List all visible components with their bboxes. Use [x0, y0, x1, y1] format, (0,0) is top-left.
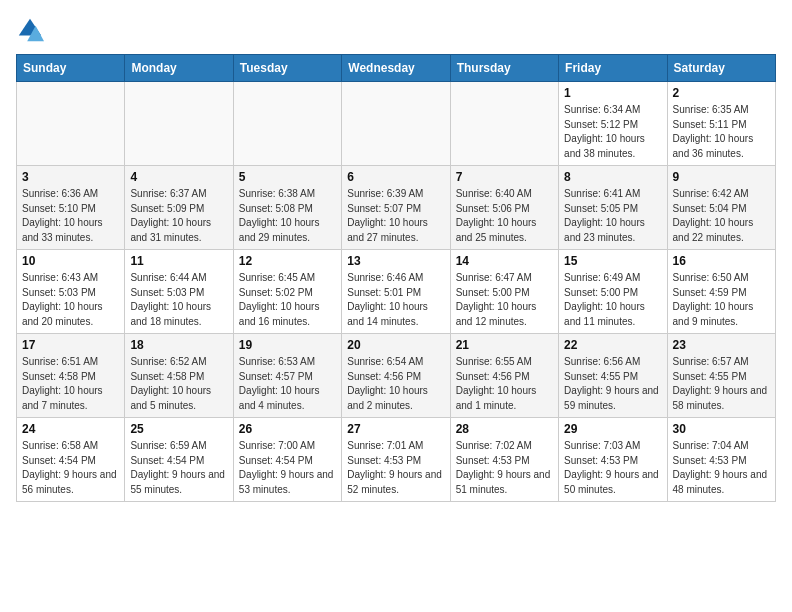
calendar-cell: 11Sunrise: 6:44 AMSunset: 5:03 PMDayligh…	[125, 250, 233, 334]
day-number: 25	[130, 422, 227, 436]
calendar-cell	[450, 82, 558, 166]
day-number: 2	[673, 86, 770, 100]
day-number: 12	[239, 254, 336, 268]
page-header	[16, 16, 776, 44]
day-info: Sunrise: 6:40 AMSunset: 5:06 PMDaylight:…	[456, 187, 553, 245]
header-col-sunday: Sunday	[17, 55, 125, 82]
header-col-wednesday: Wednesday	[342, 55, 450, 82]
calendar-header: SundayMondayTuesdayWednesdayThursdayFrid…	[17, 55, 776, 82]
calendar-cell	[233, 82, 341, 166]
calendar-cell: 4Sunrise: 6:37 AMSunset: 5:09 PMDaylight…	[125, 166, 233, 250]
calendar-cell: 25Sunrise: 6:59 AMSunset: 4:54 PMDayligh…	[125, 418, 233, 502]
calendar-cell	[125, 82, 233, 166]
day-number: 11	[130, 254, 227, 268]
day-info: Sunrise: 7:03 AMSunset: 4:53 PMDaylight:…	[564, 439, 661, 497]
header-col-tuesday: Tuesday	[233, 55, 341, 82]
header-col-thursday: Thursday	[450, 55, 558, 82]
day-info: Sunrise: 6:50 AMSunset: 4:59 PMDaylight:…	[673, 271, 770, 329]
day-info: Sunrise: 6:34 AMSunset: 5:12 PMDaylight:…	[564, 103, 661, 161]
day-info: Sunrise: 7:00 AMSunset: 4:54 PMDaylight:…	[239, 439, 336, 497]
calendar-cell: 24Sunrise: 6:58 AMSunset: 4:54 PMDayligh…	[17, 418, 125, 502]
calendar-cell: 21Sunrise: 6:55 AMSunset: 4:56 PMDayligh…	[450, 334, 558, 418]
calendar-cell: 12Sunrise: 6:45 AMSunset: 5:02 PMDayligh…	[233, 250, 341, 334]
day-info: Sunrise: 6:39 AMSunset: 5:07 PMDaylight:…	[347, 187, 444, 245]
calendar-cell: 19Sunrise: 6:53 AMSunset: 4:57 PMDayligh…	[233, 334, 341, 418]
day-info: Sunrise: 6:49 AMSunset: 5:00 PMDaylight:…	[564, 271, 661, 329]
day-info: Sunrise: 6:56 AMSunset: 4:55 PMDaylight:…	[564, 355, 661, 413]
calendar-cell: 7Sunrise: 6:40 AMSunset: 5:06 PMDaylight…	[450, 166, 558, 250]
day-number: 18	[130, 338, 227, 352]
logo-icon	[16, 16, 44, 44]
day-number: 10	[22, 254, 119, 268]
day-info: Sunrise: 6:53 AMSunset: 4:57 PMDaylight:…	[239, 355, 336, 413]
calendar-cell: 5Sunrise: 6:38 AMSunset: 5:08 PMDaylight…	[233, 166, 341, 250]
calendar-cell: 23Sunrise: 6:57 AMSunset: 4:55 PMDayligh…	[667, 334, 775, 418]
day-info: Sunrise: 6:42 AMSunset: 5:04 PMDaylight:…	[673, 187, 770, 245]
calendar-table: SundayMondayTuesdayWednesdayThursdayFrid…	[16, 54, 776, 502]
day-info: Sunrise: 6:45 AMSunset: 5:02 PMDaylight:…	[239, 271, 336, 329]
calendar-cell: 8Sunrise: 6:41 AMSunset: 5:05 PMDaylight…	[559, 166, 667, 250]
day-number: 23	[673, 338, 770, 352]
calendar-cell: 27Sunrise: 7:01 AMSunset: 4:53 PMDayligh…	[342, 418, 450, 502]
calendar-cell: 22Sunrise: 6:56 AMSunset: 4:55 PMDayligh…	[559, 334, 667, 418]
day-info: Sunrise: 6:51 AMSunset: 4:58 PMDaylight:…	[22, 355, 119, 413]
calendar-cell: 1Sunrise: 6:34 AMSunset: 5:12 PMDaylight…	[559, 82, 667, 166]
calendar-cell	[342, 82, 450, 166]
calendar-cell: 18Sunrise: 6:52 AMSunset: 4:58 PMDayligh…	[125, 334, 233, 418]
day-number: 20	[347, 338, 444, 352]
calendar-cell: 26Sunrise: 7:00 AMSunset: 4:54 PMDayligh…	[233, 418, 341, 502]
day-number: 19	[239, 338, 336, 352]
day-number: 17	[22, 338, 119, 352]
calendar-cell: 6Sunrise: 6:39 AMSunset: 5:07 PMDaylight…	[342, 166, 450, 250]
week-row-3: 10Sunrise: 6:43 AMSunset: 5:03 PMDayligh…	[17, 250, 776, 334]
calendar-cell: 15Sunrise: 6:49 AMSunset: 5:00 PMDayligh…	[559, 250, 667, 334]
day-number: 28	[456, 422, 553, 436]
day-info: Sunrise: 6:52 AMSunset: 4:58 PMDaylight:…	[130, 355, 227, 413]
day-number: 1	[564, 86, 661, 100]
calendar-cell: 16Sunrise: 6:50 AMSunset: 4:59 PMDayligh…	[667, 250, 775, 334]
day-number: 29	[564, 422, 661, 436]
day-info: Sunrise: 6:44 AMSunset: 5:03 PMDaylight:…	[130, 271, 227, 329]
day-number: 15	[564, 254, 661, 268]
header-col-friday: Friday	[559, 55, 667, 82]
day-number: 30	[673, 422, 770, 436]
week-row-1: 1Sunrise: 6:34 AMSunset: 5:12 PMDaylight…	[17, 82, 776, 166]
calendar-cell: 29Sunrise: 7:03 AMSunset: 4:53 PMDayligh…	[559, 418, 667, 502]
day-number: 24	[22, 422, 119, 436]
header-row: SundayMondayTuesdayWednesdayThursdayFrid…	[17, 55, 776, 82]
day-info: Sunrise: 6:35 AMSunset: 5:11 PMDaylight:…	[673, 103, 770, 161]
calendar-cell: 2Sunrise: 6:35 AMSunset: 5:11 PMDaylight…	[667, 82, 775, 166]
week-row-4: 17Sunrise: 6:51 AMSunset: 4:58 PMDayligh…	[17, 334, 776, 418]
week-row-5: 24Sunrise: 6:58 AMSunset: 4:54 PMDayligh…	[17, 418, 776, 502]
day-number: 7	[456, 170, 553, 184]
day-info: Sunrise: 6:38 AMSunset: 5:08 PMDaylight:…	[239, 187, 336, 245]
calendar-cell: 20Sunrise: 6:54 AMSunset: 4:56 PMDayligh…	[342, 334, 450, 418]
day-info: Sunrise: 6:37 AMSunset: 5:09 PMDaylight:…	[130, 187, 227, 245]
header-col-saturday: Saturday	[667, 55, 775, 82]
calendar-cell: 3Sunrise: 6:36 AMSunset: 5:10 PMDaylight…	[17, 166, 125, 250]
day-number: 16	[673, 254, 770, 268]
calendar-cell	[17, 82, 125, 166]
day-number: 3	[22, 170, 119, 184]
day-info: Sunrise: 6:43 AMSunset: 5:03 PMDaylight:…	[22, 271, 119, 329]
calendar-body: 1Sunrise: 6:34 AMSunset: 5:12 PMDaylight…	[17, 82, 776, 502]
day-info: Sunrise: 6:58 AMSunset: 4:54 PMDaylight:…	[22, 439, 119, 497]
day-number: 6	[347, 170, 444, 184]
day-info: Sunrise: 6:54 AMSunset: 4:56 PMDaylight:…	[347, 355, 444, 413]
day-number: 4	[130, 170, 227, 184]
week-row-2: 3Sunrise: 6:36 AMSunset: 5:10 PMDaylight…	[17, 166, 776, 250]
day-info: Sunrise: 7:04 AMSunset: 4:53 PMDaylight:…	[673, 439, 770, 497]
day-info: Sunrise: 6:36 AMSunset: 5:10 PMDaylight:…	[22, 187, 119, 245]
day-number: 14	[456, 254, 553, 268]
day-info: Sunrise: 6:47 AMSunset: 5:00 PMDaylight:…	[456, 271, 553, 329]
day-number: 9	[673, 170, 770, 184]
day-info: Sunrise: 7:01 AMSunset: 4:53 PMDaylight:…	[347, 439, 444, 497]
logo	[16, 16, 48, 44]
day-number: 13	[347, 254, 444, 268]
day-info: Sunrise: 7:02 AMSunset: 4:53 PMDaylight:…	[456, 439, 553, 497]
calendar-cell: 13Sunrise: 6:46 AMSunset: 5:01 PMDayligh…	[342, 250, 450, 334]
day-info: Sunrise: 6:57 AMSunset: 4:55 PMDaylight:…	[673, 355, 770, 413]
day-number: 27	[347, 422, 444, 436]
day-info: Sunrise: 6:59 AMSunset: 4:54 PMDaylight:…	[130, 439, 227, 497]
day-number: 5	[239, 170, 336, 184]
